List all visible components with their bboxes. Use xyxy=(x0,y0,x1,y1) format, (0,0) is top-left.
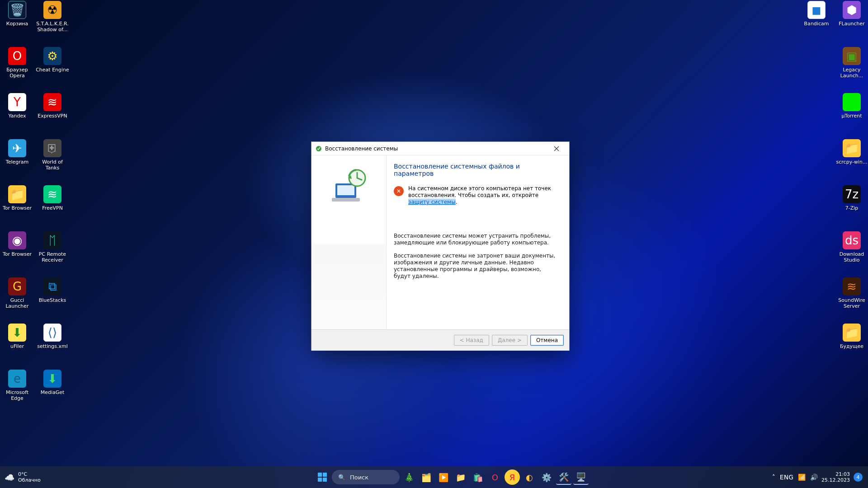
desktop-icon[interactable]: ≋FreeVPN xyxy=(35,185,70,211)
weather-widget[interactable]: ☁️ 0°C Облачно xyxy=(5,471,41,483)
desktop-icon[interactable]: OБраузер Opera xyxy=(0,47,34,79)
desktop-icon[interactable]: ▣Legacy Launch... xyxy=(835,47,868,79)
icon-label: Legacy Launch... xyxy=(835,67,868,79)
app-icon: ≋ xyxy=(43,93,61,111)
close-icon xyxy=(554,146,559,151)
app-icon: 📁 xyxy=(843,324,861,342)
desktop-icon[interactable]: YYandex xyxy=(0,93,34,119)
desktop-icon[interactable]: ⬢FLauncher xyxy=(835,1,868,27)
start-button[interactable] xyxy=(315,469,330,485)
desktop-icon[interactable]: eMicrosoft Edge xyxy=(0,370,34,401)
desktop-icon[interactable]: ᛖPC Remote Receiver xyxy=(35,231,70,263)
desktop-icon[interactable]: ⟨⟩settings.xml xyxy=(35,324,70,349)
desktop-icon[interactable]: ⧉BlueStacks xyxy=(35,277,70,303)
icon-label: Telegram xyxy=(0,159,34,165)
taskbar-mediaget-icon[interactable]: ◐ xyxy=(522,469,537,485)
taskbar-yandex-icon[interactable]: Я xyxy=(505,469,520,485)
svg-rect-9 xyxy=(323,478,327,482)
app-icon: G xyxy=(8,277,26,296)
taskbar-settings-icon[interactable]: ⚙️ xyxy=(539,469,554,485)
icon-label: S.T.A.L.K.E.R. Shadow of... xyxy=(35,21,70,33)
desktop-icon[interactable]: ◼Bandicam xyxy=(799,1,834,27)
desktop-icon[interactable]: dsDownload Studio xyxy=(835,231,868,263)
desktop-icon[interactable]: 📁Tor Browser xyxy=(0,185,34,211)
app-icon: e xyxy=(8,370,26,388)
desktop-icon[interactable]: ⬇MediaGet xyxy=(35,370,70,395)
taskbar-clipchamp-icon[interactable]: ▶️ xyxy=(436,469,451,485)
app-icon: ⛨ xyxy=(43,139,61,157)
app-icon: ⬢ xyxy=(843,1,861,19)
icon-label: BlueStacks xyxy=(35,297,70,303)
app-icon: ◼ xyxy=(807,1,826,19)
next-button: Далее > xyxy=(492,335,528,346)
desktop-icon[interactable]: 🗑️Корзина xyxy=(0,1,34,27)
app-icon: ⬇ xyxy=(43,370,61,388)
taskbar-restore-icon[interactable]: 🖥️ xyxy=(573,469,589,485)
app-icon: ▣ xyxy=(843,47,861,65)
desktop-icon[interactable]: 📁Будущее xyxy=(835,324,868,349)
icon-label: Yandex xyxy=(0,113,34,119)
taskbar-store-icon[interactable]: 🛍️ xyxy=(470,469,486,485)
search-placeholder: Поиск xyxy=(350,474,368,481)
icon-label: Bandicam xyxy=(799,21,834,27)
task-view-button[interactable]: 🗂️ xyxy=(419,469,434,485)
app-icon: Y xyxy=(8,93,26,111)
app-icon: ☢ xyxy=(43,1,61,19)
icon-label: Download Studio xyxy=(835,251,868,263)
weather-text: Облачно xyxy=(18,477,41,483)
desktop-icon[interactable]: ☢S.T.A.L.K.E.R. Shadow of... xyxy=(35,1,70,33)
svg-rect-7 xyxy=(323,473,327,477)
icon-label: ExpressVPN xyxy=(35,113,70,119)
app-icon: µ xyxy=(843,93,861,111)
system-restore-dialog: Восстановление системы Восстановление си… xyxy=(311,141,570,351)
icon-label: MediaGet xyxy=(35,389,70,395)
icon-label: SoundWire Server xyxy=(835,297,868,309)
taskbar-explorer-icon[interactable]: 📁 xyxy=(453,469,468,485)
taskbar-opera-icon[interactable]: O xyxy=(487,469,503,485)
tray-language[interactable]: ENG xyxy=(780,474,793,481)
desktop-icon[interactable]: ⚙Cheat Engine xyxy=(35,47,70,73)
svg-rect-3 xyxy=(332,198,360,202)
dialog-icon xyxy=(315,145,322,152)
dialog-sidebar xyxy=(311,155,387,329)
desktop-icon[interactable]: ◉Tor Browser xyxy=(0,231,34,257)
error-text-post: . xyxy=(456,199,458,205)
taskbar-system-icon[interactable]: 🛠️ xyxy=(556,469,571,485)
icon-label: FreeVPN xyxy=(35,205,70,211)
desktop-icon[interactable]: 📁scrcpy-win... xyxy=(835,139,868,165)
dialog-titlebar[interactable]: Восстановление системы xyxy=(311,142,569,155)
desktop-icon[interactable]: ≋SoundWire Server xyxy=(835,277,868,309)
notification-badge[interactable]: 4 xyxy=(854,473,863,482)
taskbar: ☁️ 0°C Облачно 🔍 Поиск 🎄 🗂️ ▶️ 📁 🛍️ O Я … xyxy=(0,466,868,488)
taskbar-widget-icon[interactable]: 🎄 xyxy=(401,469,417,485)
icon-label: Tor Browser xyxy=(0,251,34,257)
windows-logo-icon xyxy=(318,473,327,482)
desktop-icon[interactable]: ⛨World of Tanks xyxy=(35,139,70,171)
close-button[interactable] xyxy=(547,142,566,155)
desktop-icon[interactable]: ⬇uFiler xyxy=(0,324,34,349)
app-icon: ⚙ xyxy=(43,47,61,65)
icon-label: Корзина xyxy=(0,21,34,27)
app-icon: 🗑️ xyxy=(8,1,26,19)
app-icon: 7z xyxy=(843,185,861,203)
system-protection-link[interactable]: защиту системы xyxy=(408,199,456,205)
search-box[interactable]: 🔍 Поиск xyxy=(332,470,400,484)
icon-label: Cheat Engine xyxy=(35,67,70,73)
desktop-icon[interactable]: GGucci Launcher xyxy=(0,277,34,309)
svg-rect-6 xyxy=(318,473,322,477)
volume-icon[interactable]: 🔊 xyxy=(810,474,818,481)
tray-overflow-icon[interactable]: ˄ xyxy=(772,474,775,481)
icon-label: settings.xml xyxy=(35,343,70,349)
desktop-icon[interactable]: ≋ExpressVPN xyxy=(35,93,70,119)
desktop-icon[interactable]: ✈Telegram xyxy=(0,139,34,165)
cancel-button[interactable]: Отмена xyxy=(530,335,564,346)
taskbar-clock[interactable]: 21:03 25.12.2023 xyxy=(821,471,850,483)
icon-label: Microsoft Edge xyxy=(0,389,34,401)
icon-label: FLauncher xyxy=(835,21,868,27)
app-icon: ᛖ xyxy=(43,231,61,249)
app-icon: 📁 xyxy=(843,139,861,157)
wifi-icon[interactable]: 📶 xyxy=(798,474,806,481)
desktop-icon[interactable]: 7z7-Zip xyxy=(835,185,868,211)
app-icon: ◉ xyxy=(8,231,26,249)
desktop-icon[interactable]: µµTorrent xyxy=(835,93,868,119)
